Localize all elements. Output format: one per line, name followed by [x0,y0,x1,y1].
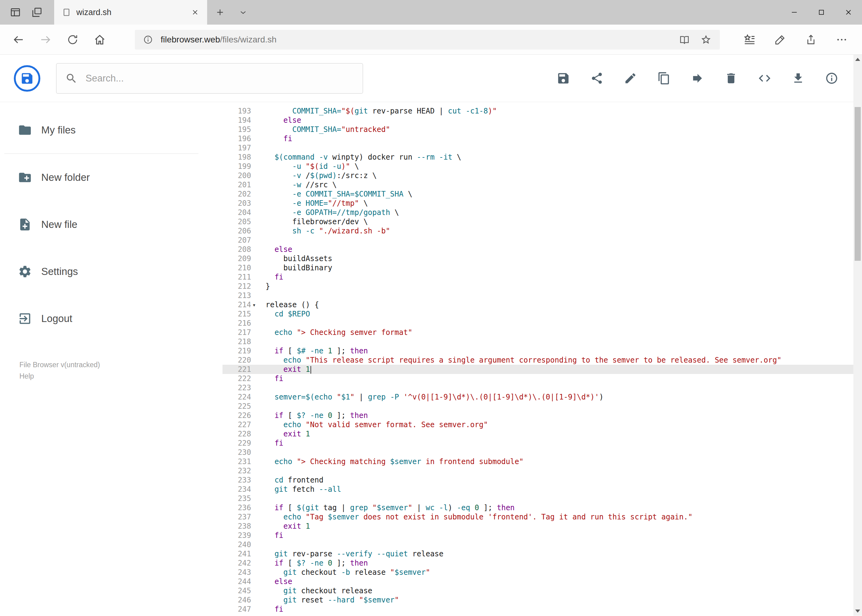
code-line[interactable]: 224 semver=$(echo "$1" | grep -P '^v(0|[… [222,393,862,402]
code-line[interactable]: 236 if [ $(git tag | grep "$semver" | wc… [222,503,862,512]
code-line[interactable]: 220 echo "This release script requires a… [222,355,862,365]
code-line[interactable]: 198 $(command -v winpty) docker run --rm… [222,152,862,162]
back-button[interactable] [5,28,32,51]
page-scrollbar[interactable] [853,55,862,616]
sidebar-item-new-file[interactable]: New file [0,201,222,248]
filebrowser-logo-icon[interactable] [14,65,40,92]
scrollbar-up-arrow-icon[interactable] [855,58,860,61]
code-line[interactable]: 215 cd $REPO [222,310,862,319]
code-line[interactable]: 223 [222,383,862,393]
minimize-button[interactable] [781,0,808,25]
tab-close-icon[interactable] [191,8,199,16]
code-editor[interactable]: 193 COMMIT_SHA="$(git rev-parse HEAD | c… [222,102,862,615]
code-line[interactable]: 211 fi [222,272,862,282]
code-line[interactable]: 237 echo "Tag $semver does not exist in … [222,512,862,522]
code-line[interactable]: 246 git reset --hard "$semver" [222,596,862,605]
code-line[interactable]: 217 echo "> Checking semver format" [222,328,862,337]
code-line[interactable]: 230 [222,448,862,457]
share-page-icon[interactable] [796,28,826,51]
sidebar-item-settings[interactable]: Settings [0,248,222,295]
code-line[interactable]: 241 git rev-parse --verify --quiet relea… [222,549,862,558]
code-line[interactable]: 219 if [ $# -ne 1 ]; then [222,346,862,355]
code-line[interactable]: 239 fi [222,531,862,540]
code-line[interactable]: 200 -v /$(pwd):/src:z \ [222,171,862,180]
code-line[interactable]: 233 cd frontend [222,475,862,485]
fold-marker-icon[interactable]: ▾ [251,300,266,310]
code-line[interactable]: 244 else [222,577,862,586]
sidebar-item-my-files[interactable]: My files [0,107,222,154]
code-line[interactable]: 227 echo "Not valid semver format. See s… [222,420,862,429]
code-line[interactable]: 225 [222,402,862,411]
info-button[interactable] [825,71,838,85]
save-button[interactable] [556,71,570,85]
code-line[interactable]: 218 [222,337,862,346]
favorites-hub-icon[interactable] [734,28,765,51]
rename-button[interactable] [624,71,637,85]
new-tab-button[interactable] [207,0,233,25]
copy-button[interactable] [657,71,671,85]
forward-button[interactable] [32,28,59,51]
web-note-pen-icon[interactable] [765,28,796,51]
tab-list-chevron-icon[interactable] [233,0,253,25]
set-tabs-aside-icon[interactable] [31,6,43,19]
code-line[interactable]: 195 COMMIT_SHA="untracked" [222,125,862,134]
code-line[interactable]: 199 -u "$(id -u)" \ [222,162,862,171]
code-line[interactable]: 212} [222,282,862,291]
download-button[interactable] [791,71,805,85]
maximize-button[interactable] [808,0,835,25]
delete-button[interactable] [724,71,738,85]
code-line[interactable]: 209 buildAssets [222,254,862,263]
code-line[interactable]: 221 exit 1 [222,365,862,374]
code-line[interactable]: 240 [222,540,862,549]
sidebar-item-logout[interactable]: Logout [0,295,222,342]
search-box[interactable] [56,63,363,94]
browser-tab-wizard-sh[interactable]: wizard.sh [54,0,207,25]
code-line[interactable]: 194 else [222,116,862,125]
code-line[interactable]: 204 -e GOPATH=//tmp/gopath \ [222,208,862,217]
code-line[interactable]: 226 if [ $? -ne 0 ]; then [222,411,862,420]
code-line[interactable]: 203 -e HOME="//tmp" \ [222,199,862,208]
code-line[interactable]: 214▾release () { [222,300,862,310]
raw-code-button[interactable] [758,71,772,85]
code-line[interactable]: 208 else [222,245,862,254]
scrollbar-thumb[interactable] [855,107,861,261]
code-line[interactable]: 235 [222,494,862,503]
sidebar-item-new-folder[interactable]: New folder [0,154,222,201]
help-link[interactable]: Help [19,371,222,382]
code-line[interactable]: 229 fi [222,438,862,448]
code-line[interactable]: 193 COMMIT_SHA="$(git rev-parse HEAD | c… [222,107,862,116]
address-bar[interactable]: filebrowser.web/files/wizard.sh [135,30,720,50]
search-input[interactable] [85,73,354,84]
code-line[interactable]: 231 echo "> Checking matching $semver in… [222,457,862,466]
close-window-button[interactable] [835,0,862,25]
code-line[interactable]: 207 [222,236,862,245]
code-line[interactable]: 197 [222,143,862,152]
home-button[interactable] [86,28,113,51]
code-line[interactable]: 201 -w //src \ [222,180,862,189]
scrollbar-down-arrow-icon[interactable] [855,610,860,613]
more-options-icon[interactable] [826,28,857,51]
favorite-star-icon[interactable] [698,34,714,46]
refresh-button[interactable] [59,28,86,51]
tab-preview-icon[interactable] [9,6,22,19]
code-line[interactable]: 216 [222,319,862,328]
code-line[interactable]: 213 [222,291,862,300]
code-line[interactable]: 202 -e COMMIT_SHA=$COMMIT_SHA \ [222,189,862,199]
code-line[interactable]: 228 exit 1 [222,429,862,438]
code-line[interactable]: 234 git fetch --all [222,485,862,494]
code-line[interactable]: 206 sh -c "./wizard.sh -b" [222,226,862,236]
url-text[interactable]: filebrowser.web/files/wizard.sh [161,35,671,45]
code-line[interactable]: 210 buildBinary [222,263,862,272]
code-line[interactable]: 242 if [ $? -ne 0 ]; then [222,558,862,568]
site-info-icon[interactable] [140,35,156,45]
code-line[interactable]: 205 filebrowser/dev \ [222,217,862,226]
reading-view-icon[interactable] [676,34,693,46]
code-line[interactable]: 196 fi [222,134,862,143]
code-line[interactable]: 222 fi [222,374,862,383]
code-line[interactable]: 247 fi [222,605,862,614]
code-line[interactable]: 238 exit 1 [222,522,862,531]
code-line[interactable]: 245 git checkout release [222,586,862,596]
move-button[interactable] [690,71,704,85]
code-line[interactable]: 243 git checkout -b release "$semver" [222,568,862,577]
code-line[interactable]: 232 [222,466,862,475]
